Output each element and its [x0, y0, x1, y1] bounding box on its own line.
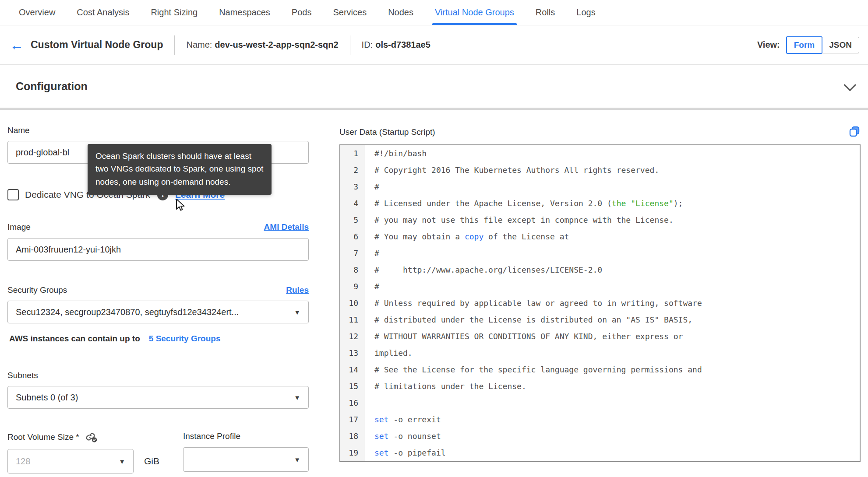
code-line[interactable]: 4# Licensed under the Apache License, Ve…	[340, 195, 860, 212]
gib-unit-label: GiB	[144, 456, 159, 466]
tab-virtual-node-groups[interactable]: Virtual Node Groups	[435, 0, 514, 25]
code-text: set -o nounset	[365, 428, 860, 445]
tab-nodes[interactable]: Nodes	[388, 0, 413, 25]
five-security-groups-link[interactable]: 5 Security Groups	[149, 334, 221, 344]
page-title: Custom Virtual Node Group	[31, 39, 163, 51]
image-input[interactable]: Ami-003fruuen12-yui-10jkh	[7, 238, 309, 261]
root-volume-size-placeholder: 128	[16, 456, 30, 466]
name-field-label: Name	[7, 126, 309, 135]
code-text	[365, 395, 860, 411]
line-number: 15	[340, 378, 365, 395]
tab-right-sizing[interactable]: Right Sizing	[151, 0, 198, 25]
view-json-button[interactable]: JSON	[822, 37, 859, 53]
code-line[interactable]: 6# You may obtain a copy of the License …	[340, 228, 860, 245]
divider	[174, 35, 175, 55]
copy-icon[interactable]	[849, 126, 861, 138]
code-line[interactable]: 11# distributed under the License is dis…	[340, 312, 860, 328]
security-groups-label: Security Groups	[7, 285, 67, 295]
user-data-code-editor[interactable]: 1#!/bin/bash2# Copyright 2016 The Kubern…	[339, 144, 861, 462]
code-line[interactable]: 2# Copyright 2016 The Kubernetes Authors…	[340, 162, 860, 179]
line-number: 16	[340, 395, 365, 411]
code-line[interactable]: 7#	[340, 245, 860, 262]
code-text: # WITHOUT WARRANTIES OR CONDITIONS OF AN…	[365, 328, 860, 345]
code-line[interactable]: 5# you may not use this file except in c…	[340, 212, 860, 228]
line-number: 11	[340, 312, 365, 328]
ami-details-link[interactable]: AMI Details	[264, 222, 309, 232]
code-text: set -o pipefail	[365, 445, 860, 461]
line-number: 6	[340, 228, 365, 245]
instance-profile-label: Instance Profile	[183, 431, 309, 441]
code-line[interactable]: 8# http://www.apache.org/licenses/LICENS…	[340, 262, 860, 278]
code-line[interactable]: 13implied.	[340, 345, 860, 361]
security-groups-hint-text: AWS instances can contain up to	[9, 334, 140, 344]
line-number: 18	[340, 428, 365, 445]
subnets-value: Subnets 0 (of 3)	[16, 393, 78, 403]
tab-logs[interactable]: Logs	[576, 0, 595, 25]
code-text: #	[365, 245, 860, 262]
caret-down-icon: ▼	[294, 309, 300, 316]
code-line[interactable]: 15# limitations under the License.	[340, 378, 860, 395]
tab-rolls[interactable]: Rolls	[536, 0, 555, 25]
user-data-section: User Data (Startup Script) 1#!/bin/bash2…	[339, 126, 861, 473]
rules-link[interactable]: Rules	[286, 285, 309, 295]
code-line[interactable]: 3#	[340, 179, 860, 195]
image-field-label: Image	[7, 222, 31, 232]
code-line[interactable]: 19set -o pipefail	[340, 445, 860, 461]
line-number: 10	[340, 295, 365, 312]
tab-namespaces[interactable]: Namespaces	[219, 0, 270, 25]
code-text: #	[365, 179, 860, 195]
security-groups-dropdown[interactable]: Secu12324, secgroup23470870, segtuyfsd12…	[7, 301, 309, 323]
code-line[interactable]: 18set -o nounset	[340, 428, 860, 445]
code-line[interactable]: 16	[340, 395, 860, 411]
dedicate-vng-checkbox[interactable]	[7, 189, 19, 200]
vng-id-value: ols-d7381ae5	[375, 40, 430, 49]
vng-config-page: OverviewCost AnalysisRight SizingNamespa…	[0, 0, 868, 477]
line-number: 13	[340, 345, 365, 361]
vng-id-label: ID:	[362, 40, 373, 49]
code-line[interactable]: 9#	[340, 278, 860, 295]
subnets-dropdown[interactable]: Subnets 0 (of 3) ▼	[7, 386, 309, 409]
code-text: # Unless required by applicable law or a…	[365, 295, 860, 312]
code-line[interactable]: 10# Unless required by applicable law or…	[340, 295, 860, 312]
line-number: 19	[340, 445, 365, 461]
root-volume-size-label: Root Volume Size *	[7, 432, 79, 442]
view-form-button[interactable]: Form	[786, 36, 823, 54]
tab-services[interactable]: Services	[333, 0, 367, 25]
image-input-value: Ami-003fruuen12-yui-10jkh	[16, 245, 121, 255]
line-number: 5	[340, 212, 365, 228]
line-number: 2	[340, 162, 365, 179]
line-number: 17	[340, 411, 365, 428]
code-text: implied.	[365, 345, 860, 361]
configuration-section-header: Configuration	[0, 65, 868, 108]
line-number: 12	[340, 328, 365, 345]
back-arrow-icon[interactable]: ←	[10, 38, 24, 52]
caret-down-icon: ▼	[119, 458, 125, 465]
mouse-cursor-icon	[173, 198, 187, 213]
code-text: # distributed under the License is distr…	[365, 312, 860, 328]
code-line[interactable]: 12# WITHOUT WARRANTIES OR CONDITIONS OF …	[340, 328, 860, 345]
line-number: 7	[340, 245, 365, 262]
line-number: 3	[340, 179, 365, 195]
line-number: 1	[340, 145, 365, 162]
code-text: # you may not use this file except in co…	[365, 212, 860, 228]
chevron-down-icon[interactable]	[844, 79, 856, 91]
name-input-value: prod-global-bl	[16, 147, 69, 158]
tab-overview[interactable]: Overview	[19, 0, 55, 25]
tab-cost-analysis[interactable]: Cost Analysis	[77, 0, 129, 25]
code-line[interactable]: 17set -o errexit	[340, 411, 860, 428]
code-text: # http://www.apache.org/licenses/LICENSE…	[365, 262, 860, 278]
instance-profile-dropdown[interactable]: ▼	[183, 447, 309, 472]
code-text: #	[365, 278, 860, 295]
line-number: 4	[340, 195, 365, 212]
caret-down-icon: ▼	[294, 394, 300, 401]
divider	[350, 35, 350, 55]
root-volume-size-dropdown[interactable]: 128 ▼	[7, 449, 134, 473]
code-line[interactable]: 14# See the License for the specific lan…	[340, 361, 860, 378]
line-number: 9	[340, 278, 365, 295]
code-line[interactable]: 1#!/bin/bash	[340, 145, 860, 162]
vng-name-label: Name:	[186, 40, 212, 49]
code-text: # Licensed under the Apache License, Ver…	[365, 195, 860, 212]
tab-pods[interactable]: Pods	[292, 0, 312, 25]
vng-name-value: dev-us-west-2-app-sqn2-sqn2	[215, 40, 338, 49]
line-number: 8	[340, 262, 365, 278]
